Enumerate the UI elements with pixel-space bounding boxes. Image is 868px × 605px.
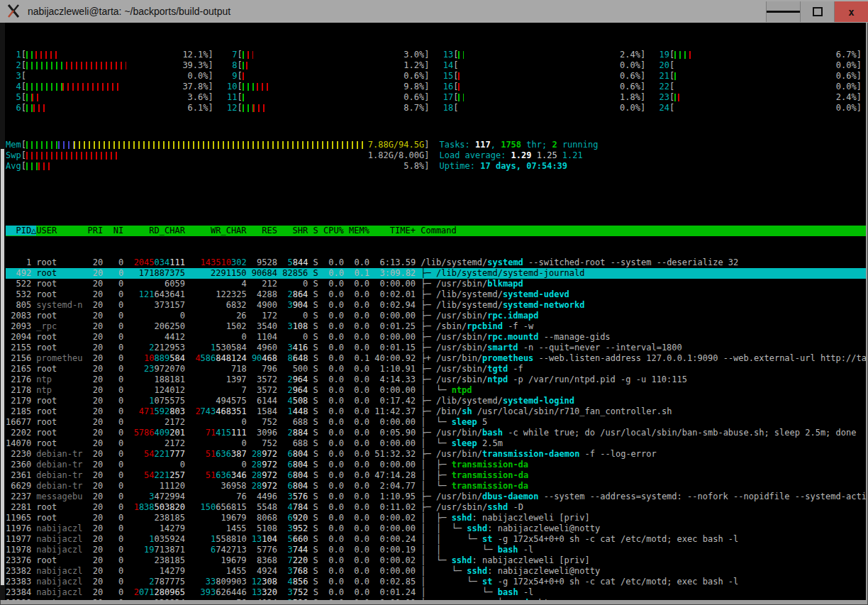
cpu-meter-5: 5[3.6%] bbox=[6, 92, 213, 103]
meter-bar: 0.6% bbox=[243, 71, 425, 82]
cpu-meter-7: 7[3.0%] bbox=[222, 50, 430, 60]
xterm-icon bbox=[6, 4, 21, 19]
minimize-icon bbox=[767, 11, 800, 13]
memory-section: Mem[7.88G/94.5G]Swp[1.82G/8.00G]Avg[5.8%… bbox=[6, 140, 862, 172]
avg-meter: Avg[5.8%] bbox=[6, 161, 429, 172]
cpu-meter-12: 12[8.7%] bbox=[222, 103, 430, 113]
cpu-meter-17: 17[1.8%] bbox=[438, 92, 646, 103]
meter-bar: 0.6% bbox=[458, 71, 640, 82]
process-row[interactable]: 2230 debian-tr 20 0 54221777 51636387 28… bbox=[6, 449, 866, 460]
cpu-meter-11: 11[0.6%] bbox=[222, 92, 430, 103]
maximize-button[interactable] bbox=[800, 1, 834, 22]
cpu-meter-16: 16[0.6%] bbox=[438, 82, 646, 92]
process-row[interactable]: 2094 root 20 0 4412 0 1104 0 S 0.0 0.0 0… bbox=[6, 332, 866, 343]
cpu-meter-22: 22[0.0%] bbox=[654, 82, 862, 92]
uptime-line: Uptime: 17 days, 07:54:39 bbox=[439, 161, 862, 172]
process-row[interactable]: 2178 ntp 20 0 124012 7 3572 2964 S 0.0 0… bbox=[6, 385, 866, 396]
load-average-line: Load average: 1.29 1.25 1.21 bbox=[439, 150, 862, 161]
memory-meters: Mem[7.88G/94.5G]Swp[1.82G/8.00G]Avg[5.8%… bbox=[6, 140, 429, 172]
process-row[interactable]: 11977 nabijaczl 20 0 1035924 1558810 131… bbox=[6, 534, 866, 545]
mem-meter: Mem[7.88G/94.5G] bbox=[6, 140, 429, 150]
process-row[interactable]: 2179 root 20 0 1075575 494575 6144 4508 … bbox=[6, 396, 866, 406]
cpu-meter-2: 2[39.3%] bbox=[6, 60, 213, 71]
meter-bar: 0.0% bbox=[26, 71, 208, 82]
meter-bar: 5.8% bbox=[26, 161, 424, 172]
process-list: 1 root 20 0 2045034111 143510302 9528 58… bbox=[6, 257, 866, 600]
process-row[interactable]: 2202 root 20 0 5786409201 71415111 3096 … bbox=[6, 428, 866, 438]
meter-bar: 0.0% bbox=[674, 60, 857, 71]
process-row[interactable]: 1 root 20 0 2045034111 143510302 9528 58… bbox=[6, 257, 866, 268]
swp-meter: Swp[1.82G/8.00G] bbox=[6, 150, 429, 161]
meter-bar: 39.3% bbox=[26, 60, 208, 71]
meter-bar: 0.6% bbox=[674, 71, 857, 82]
cpu-meter-21: 21[0.6%] bbox=[654, 71, 862, 82]
meter-bar: 0.6% bbox=[243, 92, 425, 103]
meter-bar: 0.6% bbox=[458, 82, 640, 92]
cpu-meter-1: 1[12.1%] bbox=[6, 50, 213, 60]
scrollbar[interactable] bbox=[0, 23, 5, 600]
meter-bar: 6.7% bbox=[674, 50, 857, 60]
process-row[interactable]: 23383 nabijaczl 20 0 2787775 33809903 12… bbox=[6, 577, 866, 587]
process-row[interactable]: 2083 root 20 0 0 26 172 0 S 0.0 0.0 0:00… bbox=[6, 311, 866, 321]
cpu-meter-6: 6[6.1%] bbox=[6, 103, 213, 113]
process-row[interactable]: 2176 ntp 20 0 188181 1397 3572 2964 S 0.… bbox=[6, 374, 866, 385]
process-row[interactable]: 2156 prometheu 20 0 10889584 4586848124 … bbox=[6, 353, 866, 364]
process-row[interactable]: 805 systemd-n 20 0 373157 6832 4900 3904… bbox=[6, 300, 866, 311]
meter-bar: 0.0% bbox=[674, 103, 857, 113]
title-bar[interactable]: nabijaczleweli@tarta: ~/backports/build-… bbox=[0, 0, 868, 23]
process-row[interactable]: 2185 root 20 0 471592803 2743468351 1584… bbox=[6, 406, 866, 417]
process-row[interactable]: 522 root 20 0 6059 4 212 0 S 0.0 0.0 0:0… bbox=[6, 279, 866, 289]
tasks-line: Tasks: 117, 1758 thr; 2 running bbox=[439, 140, 862, 150]
meter-bar: 9.8% bbox=[243, 82, 425, 92]
process-row[interactable]: 2093 _rpc 20 0 206250 1502 3540 3108 S 0… bbox=[6, 321, 866, 332]
meter-bar: 2.4% bbox=[674, 92, 857, 103]
process-row[interactable]: 14070 root 20 0 2172 0 752 688 S 0.0 0.0… bbox=[6, 438, 866, 449]
meter-bar: 3.6% bbox=[26, 92, 208, 103]
process-row[interactable]: 23382 nabijaczl 20 0 14279 1455 4924 376… bbox=[6, 566, 866, 577]
meter-bar: 3.0% bbox=[243, 50, 425, 60]
meter-bar: 8.7% bbox=[243, 103, 425, 113]
cpu-meter-18: 18[0.0%] bbox=[438, 103, 646, 113]
cpu-meter-8: 8[1.2%] bbox=[222, 60, 430, 71]
meter-bar: 1.82G/8.00G bbox=[26, 150, 424, 161]
cpu-meter-23: 23[2.4%] bbox=[654, 92, 862, 103]
meter-bar: 6.1% bbox=[26, 103, 208, 113]
process-row[interactable]: 2360 debian-tr 20 0 0 0 28972 6804 S 0.0… bbox=[6, 460, 866, 470]
column-pid-sort[interactable]: PID△ bbox=[6, 226, 36, 235]
minimize-button[interactable] bbox=[766, 1, 800, 22]
process-row[interactable]: 2237 messagebu 20 0 3472994 76 4496 3576… bbox=[6, 492, 866, 502]
process-row[interactable]: 11965 root 20 0 238185 19679 8068 6920 S… bbox=[6, 513, 866, 523]
meter-bar: 2.4% bbox=[458, 50, 640, 60]
process-row[interactable]: 11976 nabijaczl 20 0 14279 1455 5108 395… bbox=[6, 523, 866, 534]
process-row[interactable]: 2165 root 20 0 23972070 718 796 500 S 0.… bbox=[6, 364, 866, 374]
cpu-meter-9: 9[0.6%] bbox=[222, 71, 430, 82]
close-button[interactable]: x bbox=[834, 1, 868, 22]
cpu-meter-4: 4[37.8%] bbox=[6, 82, 213, 92]
meter-bar: 0.0% bbox=[458, 103, 640, 113]
meter-bar: 12.1% bbox=[26, 50, 208, 60]
system-info: Tasks: 117, 1758 thr; 2 runningLoad aver… bbox=[429, 140, 862, 172]
process-row[interactable]: 2155 root 20 0 2212953 1530584 4960 3416… bbox=[6, 343, 866, 353]
cpu-meters: 1[12.1%] 2[39.3%] 3[0.0%] 4[37.8%] 5[3.6… bbox=[6, 50, 862, 113]
cpu-meter-14: 14[0.0%] bbox=[438, 60, 646, 71]
process-row[interactable]: 23384 nabijaczl 20 0 2071280965 39362644… bbox=[6, 587, 866, 598]
process-row[interactable]: 16399 root 20 0 139834 56 4024 3596 S 0.… bbox=[6, 598, 866, 600]
process-row[interactable]: 532 root 20 0 121643641 122325 4288 2864… bbox=[6, 289, 866, 300]
process-row[interactable]: 23376 root 20 0 238185 19679 8368 7220 S… bbox=[6, 555, 866, 566]
cpu-meter-20: 20[0.0%] bbox=[654, 60, 862, 71]
process-row[interactable]: 492 root 20 0 171887375 2291150 90684 82… bbox=[6, 268, 866, 279]
process-row[interactable]: 11978 nabijaczl 20 0 19713871 6742713 57… bbox=[6, 545, 866, 555]
cpu-meter-10: 10[9.8%] bbox=[222, 82, 430, 92]
meter-bar: 7.88G/94.5G bbox=[26, 140, 424, 150]
process-row[interactable]: 2281 root 20 0 1838503820 150656815 5548… bbox=[6, 502, 866, 513]
meter-bar: 37.8% bbox=[26, 82, 208, 92]
process-row[interactable]: 2361 debian-tr 20 0 54221257 51636346 28… bbox=[6, 470, 866, 481]
table-header[interactable]: PID△USER PRI NI RD_CHAR WR_CHAR RES SHR … bbox=[6, 226, 866, 236]
process-row[interactable]: 6629 debian-tr 20 0 11120 36958 28972 68… bbox=[6, 481, 866, 492]
close-icon: x bbox=[848, 6, 854, 18]
meter-bar: 1.8% bbox=[458, 92, 640, 103]
cpu-meter-3: 3[0.0%] bbox=[6, 71, 213, 82]
scrollbar-thumb[interactable] bbox=[1, 149, 4, 585]
process-row[interactable]: 16677 root 20 0 2172 0 752 688 S 0.0 0.0… bbox=[6, 417, 866, 428]
cpu-meter-19: 19[6.7%] bbox=[654, 50, 862, 60]
